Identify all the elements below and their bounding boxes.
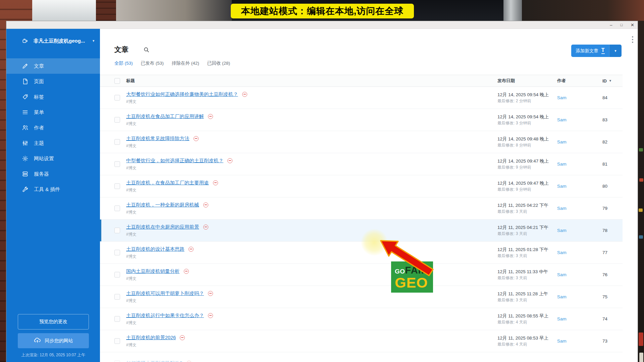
post-tag[interactable]: #博文 — [126, 232, 497, 237]
search-icon[interactable] — [143, 47, 150, 53]
maximize-icon[interactable]: □ — [620, 23, 623, 27]
tab-1[interactable]: 全部 (53) — [114, 60, 133, 66]
post-author-link[interactable]: Sam — [557, 206, 602, 211]
row-checkbox[interactable] — [114, 139, 120, 145]
post-author-link[interactable]: Sam — [557, 139, 602, 144]
shelf-item — [639, 148, 643, 152]
post-tag[interactable]: #博文 — [126, 342, 497, 348]
post-title-link[interactable]: 土豆削皮机在食品加工厂的应用讲解 — [126, 113, 204, 120]
brick-column — [96, 0, 116, 21]
post-title-link[interactable]: 土豆削皮机常见故障排除方法 — [126, 135, 190, 142]
post-date: 12月 14, 2025 09:47 晚上最后修改: 9 分钟前 — [497, 158, 557, 170]
post-title-link[interactable]: 大型餐饮行业如何正确选择价廉物美的土豆削皮机？ — [126, 91, 238, 98]
row-checkbox[interactable] — [114, 250, 120, 255]
row-checkbox[interactable] — [114, 316, 120, 322]
excluded-icon — [203, 202, 208, 207]
row-checkbox[interactable] — [114, 228, 120, 233]
sidebar-item-3[interactable]: 标签 — [6, 89, 100, 105]
server-icon — [22, 171, 29, 177]
sidebar-item-label: 作者 — [34, 125, 44, 131]
table-row: 土豆削皮机常见故障排除方法#博文12月 14, 2025 09:48 晚上最后修… — [100, 131, 623, 153]
mode-banner: 本地建站模式：编辑在本地,访问在全球 — [231, 4, 414, 18]
post-author-link[interactable]: Sam — [557, 184, 602, 189]
post-title-link[interactable]: 土豆削皮机在中央厨房的应用前景 — [126, 224, 199, 230]
sync-website-button[interactable]: 同步您的网站 — [18, 333, 89, 348]
excluded-icon — [227, 158, 232, 163]
post-author-link[interactable]: Sam — [557, 117, 602, 122]
shelf-item — [639, 178, 643, 182]
row-checkbox[interactable] — [114, 294, 120, 300]
post-author-link[interactable]: Sam — [557, 250, 602, 255]
post-tag[interactable]: #博文 — [126, 187, 497, 193]
sidebar-item-5[interactable]: 作者 — [6, 120, 100, 135]
post-tag[interactable]: #博文 — [126, 320, 497, 326]
add-post-button[interactable]: 添加新文章 T ▼ — [571, 45, 622, 57]
post-id: 82 — [602, 139, 623, 144]
row-checkbox[interactable] — [114, 360, 120, 362]
tab-2[interactable]: 已发布 (53) — [141, 60, 164, 66]
post-tag[interactable]: #博文 — [126, 209, 497, 215]
post-author-link[interactable]: Sam — [557, 272, 602, 277]
theme-icon — [22, 140, 29, 146]
post-date: 12月 14, 2025 09:54 晚上最后修改: 2 分钟前 — [497, 92, 557, 104]
sidebar-item-2[interactable]: 页面 — [6, 74, 100, 89]
post-title-link[interactable]: 土豆削皮机运行中如果卡住怎么办？ — [126, 312, 204, 319]
post-author-link[interactable]: Sam — [557, 294, 602, 299]
excluded-icon — [194, 136, 199, 141]
row-checkbox[interactable] — [114, 205, 120, 211]
col-author: 作者 — [557, 78, 602, 84]
post-tag[interactable]: #博文 — [126, 165, 497, 171]
select-all-checkbox[interactable] — [114, 78, 120, 84]
row-checkbox[interactable] — [114, 338, 120, 344]
row-checkbox[interactable] — [114, 117, 120, 123]
overflow-menu-icon[interactable] — [632, 36, 633, 43]
post-tag[interactable]: #博文 — [126, 143, 497, 149]
last-render-status: 上次渲染: 12月 05, 2025 10:07 上午 — [18, 352, 89, 358]
post-id: 84 — [602, 95, 623, 100]
sidebar-item-label: 页面 — [34, 78, 44, 85]
preview-changes-button[interactable]: 预览您的更改 — [18, 314, 89, 329]
post-date: 12月 11, 2025 01:28 下午最后修改: 3 天前 — [497, 246, 557, 259]
post-title-link[interactable]: 土豆削皮机，在食品加工厂的主要用途 — [126, 180, 209, 186]
sidebar-item-6[interactable]: 主题 — [6, 135, 100, 151]
post-title-link[interactable]: 土豆削皮机的设计基本思路 — [126, 246, 184, 252]
post-title-link[interactable]: 土豆削皮机，一种全新的厨房机械 — [126, 202, 199, 208]
mode-banner-text: 本地建站模式：编辑在本地,访问在全球 — [241, 5, 404, 17]
col-id-sort[interactable]: ID ▼ — [602, 78, 623, 83]
sidebar-item-8[interactable]: 服务器 — [6, 166, 100, 182]
post-tag[interactable]: #博文 — [126, 121, 497, 127]
shelf-item — [639, 353, 643, 362]
post-title-link[interactable]: 土豆削皮机的前景2026 — [126, 335, 176, 341]
post-tag[interactable]: #博文 — [126, 99, 497, 105]
row-checkbox[interactable] — [114, 183, 120, 189]
post-title-link[interactable]: 中型餐饮行业，如何选择正确的土豆削皮机？ — [126, 158, 223, 164]
post-tag[interactable]: #博文 — [126, 276, 497, 282]
table-row: 中型餐饮行业，如何选择正确的土豆削皮机？#博文12月 14, 2025 09:4… — [100, 153, 623, 175]
post-author-link[interactable]: Sam — [557, 339, 602, 344]
row-checkbox[interactable] — [114, 272, 120, 278]
sidebar-item-1[interactable]: 文章 — [6, 58, 100, 74]
row-checkbox[interactable] — [114, 161, 120, 167]
post-title-link[interactable]: 国内土豆削皮机销量分析 — [126, 268, 180, 275]
sidebar-item-7[interactable]: 网站设置 — [6, 151, 100, 166]
row-checkbox[interactable] — [114, 95, 120, 101]
post-tag[interactable]: #博文 — [126, 254, 497, 259]
post-author-link[interactable]: Sam — [557, 228, 602, 233]
add-post-dropdown[interactable]: ▼ — [609, 45, 622, 57]
sidebar-item-4[interactable]: 菜单 — [6, 105, 100, 120]
post-author-link[interactable]: Sam — [557, 95, 602, 100]
post-title-link[interactable]: 如何选择土豆削皮机配件? — [126, 360, 182, 362]
tab-3[interactable]: 排除在外 (42) — [172, 60, 199, 66]
close-icon[interactable]: ✕ — [631, 23, 634, 27]
site-switcher[interactable]: 非凡土豆削皮机geog... ▼ — [6, 29, 100, 44]
post-author-link[interactable]: Sam — [557, 162, 602, 167]
sidebar-item-label: 主题 — [34, 140, 44, 146]
post-tag[interactable]: #博文 — [126, 298, 497, 304]
sidebar-item-9[interactable]: 工具 & 插件 — [6, 182, 100, 197]
post-title-link[interactable]: 土豆削皮机可以用于胡萝卜削皮吗？ — [126, 290, 204, 297]
tab-4[interactable]: 已回收 (28) — [207, 60, 230, 66]
post-author-link[interactable]: Sam — [557, 316, 602, 321]
col-id: ID — [602, 78, 607, 83]
sidebar: 非凡土豆削皮机geog... ▼ 文章页面标签菜单作者主题网站设置服务器工具 &… — [6, 29, 100, 362]
minimize-icon[interactable]: – — [610, 23, 612, 27]
